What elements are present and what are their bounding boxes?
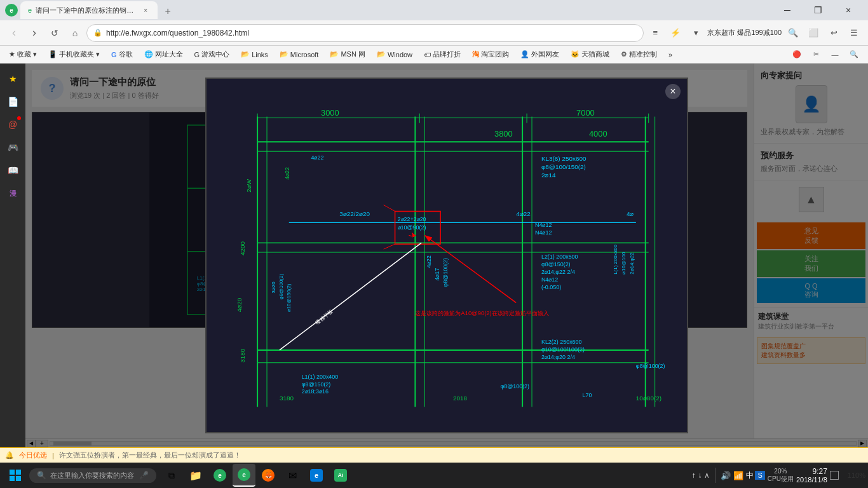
bookmark-games[interactable]: G 游戏中心: [191, 48, 234, 60]
bookmark-more[interactable]: »: [665, 50, 676, 60]
svg-text:3180: 3180: [239, 348, 246, 363]
url-text: http://e.fwxgx.com/question_1980842.html: [106, 29, 637, 37]
taskbar-green-app[interactable]: Ai: [329, 464, 352, 487]
taobao-icon: 淘: [472, 50, 479, 59]
taskbar-search[interactable]: 🔍 在这里输入你要搜索的内容 🎤: [29, 468, 156, 483]
share-button[interactable]: ≡: [646, 24, 664, 42]
svg-text:2⌀22+2⌀20: 2⌀22+2⌀20: [398, 216, 426, 222]
browser-logo: e: [5, 4, 18, 17]
bookmark-favorites[interactable]: ★ 收藏 ▾: [5, 48, 41, 60]
title-bar: e e 请问一下途中的原位标注的钢筋... × + ─ ❐ ×: [0, 0, 868, 20]
down-arrow-icon[interactable]: ∧: [704, 471, 710, 480]
main-area: ★ 📄 @ 🎮 📖 漫 ? 请问一下途中的原位 浏览19 次: [0, 64, 868, 447]
sidebar-item-manga[interactable]: 漫: [3, 183, 23, 203]
home-button[interactable]: ⌂: [66, 24, 84, 42]
svg-text:φ8@100(2): φ8@100(2): [500, 383, 529, 390]
svg-text:N4⌀12: N4⌀12: [535, 222, 552, 228]
bookmark-mobile[interactable]: 📱 手机收藏夹 ▾: [44, 48, 104, 60]
taskbar-edge[interactable]: e: [305, 464, 328, 487]
taskbar-taskview[interactable]: ⧉: [160, 464, 183, 487]
svg-text:这是该跨的箍筋为A10@90(2)在该跨定箍筋平面输入: 这是该跨的箍筋为A10@90(2)在该跨定箍筋平面输入: [415, 309, 548, 316]
bookmark-taobao[interactable]: 淘 淘宝团购: [468, 48, 513, 60]
arrow-down-icon[interactable]: ↓: [698, 471, 702, 480]
svg-text:φ8@100(2): φ8@100(2): [278, 274, 284, 300]
taskbar-email[interactable]: ✉: [281, 464, 304, 487]
arrow-up-icon[interactable]: ↑: [691, 471, 695, 480]
taskbar-firefox[interactable]: 🦊: [257, 464, 280, 487]
ime-sougou[interactable]: S: [755, 471, 764, 480]
network-icon[interactable]: 📶: [733, 471, 743, 480]
title-bar-left: e: [5, 4, 18, 17]
sidebar-item-doc[interactable]: 📄: [3, 92, 23, 112]
toolbar-btn1[interactable]: 🔴: [788, 46, 806, 64]
chevron-icon: ▾: [33, 50, 37, 58]
tab-close-button[interactable]: ×: [141, 6, 150, 15]
active-tab[interactable]: e 请问一下途中的原位标注的钢筋... ×: [20, 1, 158, 19]
restore-button[interactable]: ❐: [803, 0, 832, 20]
window-controls: ─ ❐ ×: [773, 0, 863, 20]
control-icon: ⚙: [621, 50, 627, 58]
volume-icon[interactable]: 🔊: [721, 471, 731, 480]
bookmark-sites[interactable]: 🌐 网址大全: [140, 48, 187, 60]
back-button[interactable]: ‹: [5, 24, 23, 42]
bookmark-control[interactable]: ⚙ 精准控制: [617, 48, 661, 60]
svg-text:⌀10@90(2): ⌀10@90(2): [398, 224, 426, 231]
tablet-icon[interactable]: ⬜: [804, 24, 822, 42]
sidebar-item-chat[interactable]: @: [3, 114, 23, 135]
close-button[interactable]: ×: [834, 0, 863, 20]
taskbar-browser-green[interactable]: e: [208, 464, 231, 487]
search-btn[interactable]: 🔍: [784, 24, 802, 42]
bookmark-foreign[interactable]: 👤 外国网友: [517, 48, 563, 60]
modal-dialog: ×: [205, 78, 688, 433]
forward-button[interactable]: ›: [25, 24, 43, 42]
svg-text:2⌀18;3⌀16: 2⌀18;3⌀16: [302, 388, 329, 395]
notification-center-button[interactable]: [830, 471, 839, 480]
bookmark-label: 外国网友: [531, 50, 559, 59]
start-button[interactable]: [3, 464, 28, 487]
refresh-button[interactable]: ↺: [46, 24, 64, 42]
bookmark-msn[interactable]: 📂 MSN 网: [326, 48, 369, 60]
bookmark-label: 精准控制: [629, 50, 657, 59]
taskbar-fileexplorer[interactable]: 📁: [184, 464, 207, 487]
ime-lang[interactable]: 中: [746, 470, 754, 481]
toolbar-btn3[interactable]: —: [826, 46, 844, 64]
address-bar[interactable]: 🔒 http://e.fwxgx.com/question_1980842.ht…: [86, 24, 644, 42]
google-icon: G: [111, 51, 117, 58]
toolbar-btn2[interactable]: ✂: [807, 46, 825, 64]
bookmark-sale[interactable]: 🏷 品牌打折: [420, 48, 465, 60]
modal-close-button[interactable]: ×: [665, 84, 681, 99]
svg-text:2018: 2018: [453, 395, 468, 402]
bookmark-window[interactable]: 📂 Window: [373, 49, 416, 60]
sidebar-item-game[interactable]: 🎮: [3, 137, 23, 158]
cpu-label: CPU使用: [768, 475, 794, 484]
bookmark-label: MSN 网: [341, 50, 365, 59]
svg-text:4200: 4200: [239, 241, 246, 255]
clock[interactable]: 9:27 2018/11/8: [796, 467, 827, 484]
bolt-icon[interactable]: ⚡: [667, 24, 684, 42]
mic-icon: 🎤: [139, 471, 149, 480]
tab-label: 请问一下途中的原位标注的钢筋...: [36, 6, 137, 15]
bookmark-google[interactable]: G 谷歌: [107, 48, 137, 60]
taskbar-browser-active[interactable]: e: [233, 464, 255, 487]
bookmark-microsoft[interactable]: 📂 Microsoft: [276, 49, 323, 60]
bookmark-tmall[interactable]: 🐱 天猫商城: [567, 48, 613, 60]
sidebar-item-book[interactable]: 📖: [3, 160, 23, 180]
minimize-button[interactable]: ─: [773, 0, 802, 20]
toolbar-btn4[interactable]: 🔍: [845, 46, 863, 64]
undo-icon[interactable]: ↩: [825, 24, 843, 42]
tag-icon: 🏷: [424, 51, 431, 58]
dropdown-button[interactable]: ▾: [687, 24, 705, 42]
folder-icon: 📂: [241, 50, 250, 58]
notif-separator: |: [52, 452, 54, 459]
star-icon: ★: [9, 50, 15, 58]
notif-text: 许文强五位扮演者，第一最经典，最后一位却演成了逼逼！: [59, 451, 863, 460]
sidebar-item-star[interactable]: ★: [3, 69, 23, 89]
bookmark-links[interactable]: 📂 Links: [237, 49, 272, 60]
today-label[interactable]: 今日优选: [19, 451, 47, 460]
bookmark-label: Links: [252, 51, 268, 58]
bookmark-label: 天猫商城: [581, 50, 609, 59]
svg-text:L(1) 200x300: L(1) 200x300: [613, 244, 618, 274]
folder-icon: 📂: [330, 50, 339, 58]
new-tab-button[interactable]: +: [160, 4, 175, 19]
menu-button[interactable]: ☰: [845, 24, 863, 42]
